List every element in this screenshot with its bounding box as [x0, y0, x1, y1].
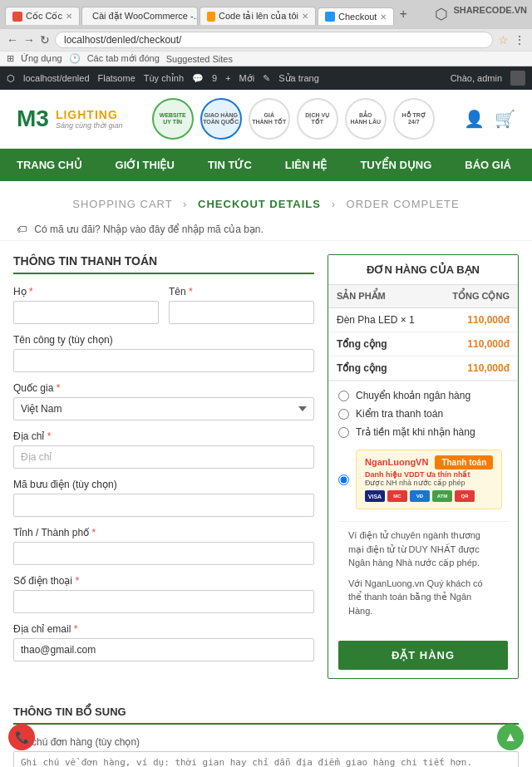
nav-contact[interactable]: LIÊN HỆ	[268, 149, 344, 181]
payment-nganluong[interactable]: NganLuongVN Thanh toán Danh hiệu VDDT ưa…	[338, 445, 508, 514]
tab-label-3: Code tải lên của tôi	[219, 11, 298, 22]
qr-icon: QR	[455, 490, 475, 502]
breadcrumb: SHOPPING CART › CHECKOUT DETAILS › ORDER…	[0, 181, 532, 219]
col-total: TỔNG CỘNG	[435, 285, 518, 308]
ten-input[interactable]	[169, 301, 314, 324]
payment-check-radio[interactable]	[338, 409, 349, 420]
visa-icon: VISA	[365, 490, 385, 502]
payment-bank-radio[interactable]	[338, 391, 349, 401]
company-group: Tên công ty (tùy chọn)	[13, 334, 314, 372]
payment-cod[interactable]: Trả tiền mặt khi nhận hàng	[338, 426, 508, 438]
ho-input[interactable]	[13, 301, 159, 324]
email-group: Địa chỉ email *	[13, 623, 314, 661]
payment-nganluong-radio[interactable]	[338, 474, 349, 485]
admin-customize-link[interactable]: Tùy chỉnh	[144, 73, 184, 84]
col-product: SẢN PHẨM	[328, 285, 435, 308]
admin-new-link[interactable]: Mới	[239, 73, 255, 84]
bookmark-suggested[interactable]: Suggested Sites	[166, 54, 233, 64]
nganluong-desc-2: Với NganLuong.vn Quý khách có thể thanh …	[348, 577, 498, 618]
company-input[interactable]	[13, 349, 314, 372]
nav-about[interactable]: GIỚI THIỆU	[99, 149, 191, 181]
admin-edit-link[interactable]: Sửa trang	[278, 73, 319, 84]
tab-close-1[interactable]: ✕	[66, 12, 72, 21]
country-group: Quốc gia * Việt Nam	[13, 382, 314, 420]
postal-input[interactable]	[13, 494, 314, 517]
thanhtoan-button[interactable]: Thanh toán	[435, 455, 493, 470]
badge-hotro: HỖ TRỢ24/7	[393, 98, 435, 140]
bookmark-star[interactable]: ☆	[498, 33, 509, 47]
wp-logo-icon: ⬡	[7, 73, 15, 84]
tab-label-1: Cốc Cốc	[26, 11, 62, 22]
phone-input[interactable]	[13, 590, 314, 613]
tab-close-4[interactable]: ✕	[380, 12, 387, 22]
place-order-button[interactable]: ĐẶT HÀNG	[338, 641, 508, 670]
nganluong-desc: Ví điện tử chuyên ngành thương mại điện …	[338, 521, 508, 624]
breadcrumb-sep-1: ›	[183, 198, 187, 210]
additional-title: THÔNG TIN BỔ SUNG	[13, 706, 519, 725]
phone-group: Số điện thoại *	[13, 575, 314, 613]
city-label: Tỉnh / Thành phố *	[13, 527, 314, 538]
user-icon[interactable]: 👤	[464, 109, 485, 129]
payment-bank-label: Chuyển khoản ngân hàng	[356, 390, 470, 401]
phone-bubble[interactable]: 📞	[8, 724, 35, 750]
order-item-row: Đèn Pha LED × 1 110,000đ	[328, 308, 518, 332]
badge-bao-hanh: BẢOHÀNH LÂU	[345, 98, 387, 140]
nganluong-box: NganLuongVN Thanh toán Danh hiệu VDDT ưa…	[356, 450, 502, 509]
atm-icon: ATM	[432, 490, 452, 502]
browser-tab-3[interactable]: Code tải lên của tôi ✕	[200, 7, 316, 25]
billing-section: THÔNG TIN THANH TOÁN Họ * Tên * Tên công…	[13, 254, 314, 679]
nganluong-desc-1: Ví điện tử chuyên ngành thương mại điện …	[348, 529, 498, 570]
new-tab-btn[interactable]: +	[396, 3, 410, 25]
country-select[interactable]: Việt Nam	[13, 397, 314, 420]
order-subtotal-row: Tổng cộng 110,000đ	[328, 332, 518, 356]
bookmark-recent[interactable]: Các tab mới đóng	[87, 53, 160, 64]
sharecode-logo: ⬡	[435, 5, 448, 23]
mastercard-icon: MC	[387, 490, 407, 502]
forward-button[interactable]: →	[23, 33, 35, 47]
country-label: Quốc gia *	[13, 382, 314, 394]
ho-group: Họ *	[13, 286, 159, 324]
address-bar[interactable]: localhost/denled/checkout/	[55, 32, 493, 48]
order-box-title: ĐƠN HÀNG CỦA BẠN	[328, 255, 518, 285]
nganluong-header: NganLuongVN Thanh toán	[365, 457, 493, 467]
order-total-label: Tổng cộng	[328, 356, 435, 381]
nav-news[interactable]: TIN TỨC	[191, 149, 268, 181]
ten-group: Tên *	[169, 286, 314, 324]
scroll-top-button[interactable]: ▲	[497, 724, 524, 750]
postal-label: Mã bưu điện (tùy chọn)	[13, 479, 314, 490]
browser-tab-2[interactable]: Cài đặt WooCommerce -... ✕	[81, 7, 198, 25]
window-controls: ⬡ SHARECODE.VN	[435, 5, 527, 23]
reload-button[interactable]: ↻	[40, 33, 50, 47]
nav-home[interactable]: TRANG CHỦ	[0, 149, 99, 181]
breadcrumb-step-2: CHECKOUT DETAILS	[198, 198, 321, 210]
nav-quote[interactable]: BÁO GIÁ	[448, 149, 528, 181]
tab-close-3[interactable]: ✕	[302, 12, 308, 21]
main-nav: TRANG CHỦ GIỚI THIỆU TIN TỨC LIÊN HỆ TUY…	[0, 149, 532, 181]
bookmark-apps[interactable]: Ứng dụng	[21, 53, 62, 64]
browser-tab-1[interactable]: Cốc Cốc ✕	[5, 7, 80, 25]
header-badges: WEBSITEUY TÍN GIAO HÀNGTOÀN QUỐC GIÁTHÀN…	[152, 98, 435, 140]
payment-cod-radio[interactable]	[338, 427, 349, 438]
payment-check[interactable]: Kiểm tra thanh toán	[338, 408, 508, 420]
ten-label: Tên *	[169, 286, 314, 297]
breadcrumb-step-1[interactable]: SHOPPING CART	[72, 198, 172, 210]
email-input[interactable]	[13, 638, 314, 661]
vi-icon: VĐ	[410, 490, 430, 502]
back-button[interactable]: ←	[7, 33, 18, 47]
phone-label: Số điện thoại *	[13, 575, 314, 587]
address-input[interactable]	[13, 445, 314, 469]
nav-recruit[interactable]: TUYỂN DỤNG	[343, 149, 448, 181]
admin-site-link[interactable]: localhost/denled	[23, 73, 90, 83]
admin-greeting: Chào, admin	[451, 73, 502, 83]
cart-icon[interactable]: 🛒	[495, 109, 515, 129]
company-label: Tên công ty (tùy chọn)	[13, 334, 314, 346]
browser-tab-4[interactable]: Checkout ✕	[318, 7, 394, 25]
site-header: M3 LIGHTING Sáng cùng thời gian WEBSITEU…	[0, 90, 532, 149]
note-textarea[interactable]	[13, 751, 519, 767]
admin-theme-link[interactable]: Flatsome	[98, 73, 135, 83]
badge-gia-tot: GIÁTHÀNH TỐT	[249, 98, 290, 140]
city-input[interactable]	[13, 542, 314, 565]
settings-icon[interactable]: ⋮	[514, 33, 525, 47]
payment-bank-transfer[interactable]: Chuyển khoản ngân hàng	[338, 390, 508, 401]
order-total-row: Tổng cộng 110,000đ	[328, 356, 518, 381]
